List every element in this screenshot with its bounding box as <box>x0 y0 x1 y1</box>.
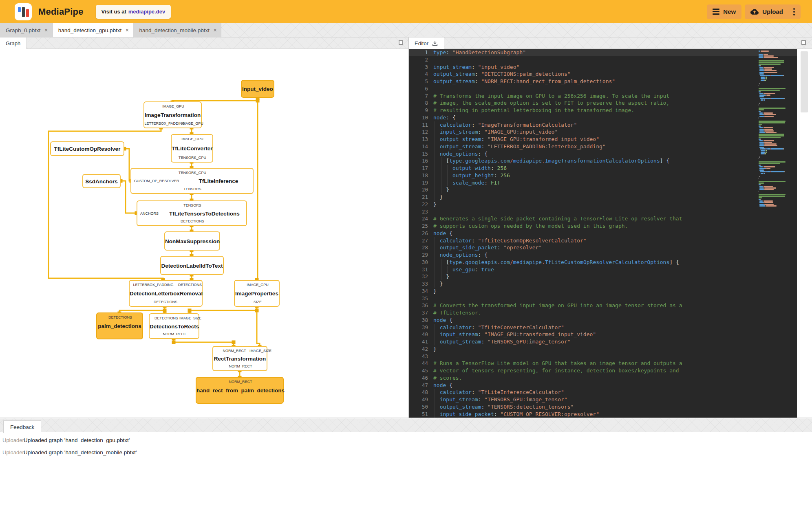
editor-popout-icon[interactable] <box>801 40 806 45</box>
code-line[interactable]: 10node: { <box>409 114 797 121</box>
code-line[interactable]: 12 input_stream: "IMAGE_GPU:input_video" <box>409 128 797 136</box>
code-line[interactable]: 13 output_stream: "IMAGE_GPU:transformed… <box>409 136 797 143</box>
code-text: output_width: 256 <box>433 165 507 172</box>
graph-node-TfLiteInference[interactable]: TfLiteInferenceTENSORS_GPUTENSORSCUSTOM_… <box>130 168 254 194</box>
code-line[interactable]: 49 input_stream: "TENSORS_GPU:image_tens… <box>409 396 797 403</box>
code-line[interactable]: 44# Runs a TensorFlow Lite model on GPU … <box>409 360 797 367</box>
graph-popout-icon[interactable] <box>399 40 403 45</box>
graph-node-RectTransformation[interactable]: RectTransformationNORM_RECTIMAGE_SIZENOR… <box>212 346 267 371</box>
graph-node-TfLiteConverter[interactable]: TfLiteConverterIMAGE_GPUTENSORS_GPU <box>171 134 213 163</box>
code-line[interactable]: 32 } <box>409 273 797 280</box>
code-line[interactable]: 38node { <box>409 317 797 324</box>
graph-node-hand_rect_from_palm_detections[interactable]: hand_rect_from_palm_detectionsNORM_RECT <box>196 377 284 404</box>
code-line[interactable]: 2 <box>409 56 797 64</box>
code-line[interactable]: 7# Transforms the input image on GPU to … <box>409 92 797 100</box>
graph-node-ImageTransformation[interactable]: ImageTransformationIMAGE_GPULETTERBOX_PA… <box>143 101 202 128</box>
code-line[interactable]: 24# Generates a single side packet conta… <box>409 215 797 222</box>
code-line[interactable]: 28 output_side_packet: "opresolver" <box>409 244 797 251</box>
graph-node-TfLiteCustomOpResolver[interactable]: TfLiteCustomOpResolver <box>50 141 124 156</box>
code-line[interactable]: 51 input_side_packet: "CUSTOM_OP_RESOLVE… <box>409 411 797 418</box>
tab-close-icon[interactable]: ✕ <box>213 28 217 33</box>
tab-close-icon[interactable]: ✕ <box>125 28 129 33</box>
feedback-tab[interactable]: Feedback <box>3 420 41 433</box>
download-icon[interactable] <box>432 40 438 46</box>
code-line[interactable]: 43 <box>409 353 797 360</box>
code-line[interactable]: 11 calculator: "ImageTransformationCalcu… <box>409 121 797 129</box>
code-line[interactable]: 26node { <box>409 230 797 237</box>
code-line[interactable]: 5output_stream: "NORM_RECT:hand_rect_fro… <box>409 78 797 85</box>
code-line[interactable]: 46# scores. <box>409 374 797 382</box>
tab-close-icon[interactable]: ✕ <box>44 28 48 33</box>
code-line[interactable]: 31 use_gpu: true <box>409 266 797 273</box>
code-line[interactable]: 29 node_options: { <box>409 251 797 259</box>
new-button[interactable]: New <box>707 4 741 19</box>
code-line[interactable]: 14 output_stream: "LETTERBOX_PADDING:let… <box>409 143 797 150</box>
code-line[interactable]: 35 <box>409 295 797 302</box>
code-line[interactable]: 36# Converts the transformed input image… <box>409 302 797 309</box>
code-line[interactable]: 17 output_width: 256 <box>409 165 797 172</box>
graph-tab-label: Graph <box>6 40 20 46</box>
code-line[interactable]: 48 calculator: "TfLiteInferenceCalculato… <box>409 389 797 396</box>
graph-tab[interactable]: Graph <box>0 37 26 49</box>
graph-node-NonMaxSuppression[interactable]: NonMaxSuppression <box>164 231 220 251</box>
code-line[interactable]: 9# resulting in potential letterboxing i… <box>409 107 797 114</box>
graph-node-input_video[interactable]: input_video <box>241 80 274 98</box>
code-line[interactable]: 18 output_height: 256 <box>409 172 797 179</box>
code-line[interactable]: 22} <box>409 201 797 208</box>
mediapipe-logo-icon <box>15 3 32 20</box>
scrollbar-track[interactable] <box>797 49 812 418</box>
scrollbar-thumb[interactable] <box>801 51 808 112</box>
code-line[interactable]: 15 node_options: { <box>409 150 797 158</box>
code-line[interactable]: 6 <box>409 85 797 92</box>
graph-canvas[interactable]: input_videoImageTransformationIMAGE_GPUL… <box>0 49 409 418</box>
code-line[interactable]: 4output_stream: "DETECTIONS:palm_detecti… <box>409 70 797 78</box>
graph-node-ImageProperties[interactable]: ImagePropertiesIMAGE_GPUSIZE <box>234 280 280 307</box>
code-line[interactable]: 27 calculator: "TfLiteCustomOpResolverCa… <box>409 237 797 244</box>
port-label: TENSORS <box>183 203 201 207</box>
port-label: CUSTOM_OP_RESOLVER <box>134 179 179 183</box>
code-text: } <box>433 194 443 201</box>
line-number: 34 <box>409 288 428 295</box>
code-line[interactable]: 41 output_stream: "TENSORS_GPU:image_ten… <box>409 338 797 345</box>
code-line[interactable]: 3input_stream: "input_video" <box>409 64 797 71</box>
file-tab[interactable]: hand_detection_mobile.pbtxt✕ <box>133 23 221 37</box>
code-line[interactable]: 19 scale_mode: FIT <box>409 179 797 187</box>
code-line[interactable]: 45# vector of tensors representing, for … <box>409 367 797 374</box>
file-tab[interactable]: Graph_0.pbtxt✕ <box>0 23 53 37</box>
code-line[interactable]: 39 calculator: "TfLiteConverterCalculato… <box>409 324 797 331</box>
minimap[interactable] <box>759 50 794 207</box>
code-line[interactable]: 34} <box>409 288 797 295</box>
graph-node-TfLiteTensorsToDetections[interactable]: TfLiteTensorsToDetectionsTENSORSDETECTIO… <box>137 200 247 226</box>
code-line[interactable]: 8# image, the scale_mode option is set t… <box>409 99 797 107</box>
code-line[interactable]: 47node { <box>409 382 797 389</box>
editor-tab[interactable]: Editor <box>409 37 444 49</box>
graph-node-DetectionLabelIdToText[interactable]: DetectionLabelIdToText <box>160 256 224 275</box>
visit-link[interactable]: mediapipe.dev <box>128 9 165 15</box>
code-line[interactable]: 16 [type.googleapis.com/mediapipe.ImageT… <box>409 157 797 165</box>
code-text: use_gpu: true <box>433 266 494 273</box>
code-line[interactable]: 42} <box>409 345 797 353</box>
code-line[interactable]: 40 input_stream: "IMAGE_GPU:transformed_… <box>409 331 797 338</box>
file-tab-label: hand_detection_gpu.pbtxt <box>58 27 121 33</box>
graph-node-DetectionsToRects[interactable]: DetectionsToRectsDETECTIONSIMAGE_SIZENOR… <box>149 313 199 339</box>
line-number: 27 <box>409 237 428 244</box>
graph-node-SsdAnchors[interactable]: SsdAnchors <box>82 174 121 188</box>
code-line[interactable]: 20 } <box>409 186 797 194</box>
line-number: 2 <box>409 56 428 64</box>
upload-button[interactable]: Upload <box>745 4 801 19</box>
code-text: } <box>433 345 437 353</box>
graph-node-DetectionLetterboxRemoval[interactable]: DetectionLetterboxRemovalLETTERBOX_PADDI… <box>129 280 203 307</box>
code-line[interactable]: 25# supports custom ops needed by the mo… <box>409 222 797 230</box>
code-line[interactable]: 1type: "HandDetectionSubgraph" <box>409 49 797 56</box>
node-title: RectTransformation <box>213 356 267 362</box>
kebab-menu-icon[interactable] <box>791 8 795 15</box>
code-line[interactable]: 30 [type.googleapis.com/mediapipe.TfLite… <box>409 259 797 266</box>
file-tab[interactable]: hand_detection_gpu.pbtxt✕ <box>53 23 134 37</box>
code-line[interactable]: 23 <box>409 208 797 216</box>
code-line[interactable]: 21 } <box>409 194 797 201</box>
code-line[interactable]: 33 } <box>409 280 797 288</box>
code-line[interactable]: 37# TfLiteTensor. <box>409 309 797 317</box>
graph-node-palm_detections[interactable]: palm_detectionsDETECTIONS <box>96 312 143 339</box>
code-editor[interactable]: 1type: "HandDetectionSubgraph"23input_st… <box>409 49 797 418</box>
code-line[interactable]: 50 output_stream: "TENSORS:detection_ten… <box>409 403 797 411</box>
